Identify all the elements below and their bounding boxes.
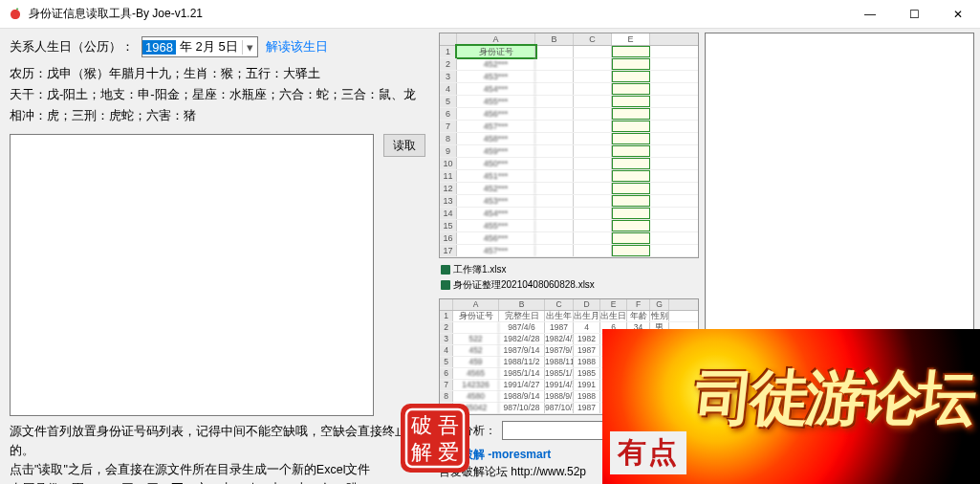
date-dropdown-icon[interactable]: ▾ — [242, 40, 257, 55]
table-row: 3453*** — [440, 71, 698, 83]
table-row: 8458*** — [440, 133, 698, 145]
table-row: 7457*** — [440, 121, 698, 133]
svg-text:吾: 吾 — [438, 413, 459, 437]
file-item-1[interactable]: 工作簿1.xlsx — [441, 262, 697, 277]
table-row: 17457*** — [440, 245, 698, 257]
svg-text:解: 解 — [411, 440, 432, 464]
table-row: 11451*** — [440, 170, 698, 183]
read-button[interactable]: 读取 — [383, 134, 425, 157]
ad-banner[interactable]: 司徒游论坛 有点 — [602, 329, 980, 484]
close-button[interactable]: ✕ — [936, 0, 980, 28]
col-header-id: 身份证号 — [457, 46, 535, 57]
file-item-2[interactable]: 身份证整理20210408060828.xlsx — [441, 277, 697, 293]
table-row: 10450*** — [440, 158, 698, 170]
svg-text:爱: 爱 — [438, 440, 459, 464]
table-row: 4454*** — [440, 83, 698, 96]
window-buttons: — ☐ ✕ — [848, 0, 980, 28]
minimize-button[interactable]: — — [848, 0, 892, 28]
excel-preview-1: ABCE 1身份证号 2452***3453***4454***5455***6… — [439, 33, 699, 258]
file-list: 工作簿1.xlsx 身份证整理20210408060828.xlsx — [439, 258, 699, 297]
seal-stamp: 破 吾 解 爱 — [399, 402, 471, 474]
maximize-button[interactable]: ☐ — [892, 0, 936, 28]
banner-sub: 有点 — [610, 431, 686, 474]
info-line-2: 天干：戊-阳土；地支：申-阳金；星座：水瓶座；六合：蛇；三合：鼠、龙 — [10, 84, 425, 105]
footer-help: 源文件首列放置身份证号码列表，记得中间不能空缺哦，空缺会直接终止的。 点击"读取… — [10, 422, 425, 484]
table-row: 16456*** — [440, 232, 698, 245]
table-row: 5455*** — [440, 96, 698, 108]
svg-text:破: 破 — [410, 413, 432, 437]
excel-icon — [441, 265, 450, 275]
date-rest[interactable]: 年 2月 5日 — [176, 38, 242, 55]
birthday-label: 关系人生日（公历）： — [10, 38, 134, 55]
source-list-box[interactable] — [10, 134, 374, 416]
window-title: 身份证信息读取工具-By Joe-v1.21 — [29, 6, 848, 22]
table-row: 2452*** — [440, 58, 698, 71]
birthday-info: 农历：戊申（猴）年腊月十九；生肖：猴；五行：大驿土 天干：戊-阳土；地支：申-阳… — [10, 63, 425, 126]
table-row: 6456*** — [440, 108, 698, 121]
table-row: 13453*** — [440, 195, 698, 208]
date-picker[interactable]: 1968 年 2月 5日 ▾ — [142, 36, 258, 57]
banner-title: 司徒游论坛 — [691, 358, 977, 438]
info-line-3: 相冲：虎；三刑：虎蛇；六害：猪 — [10, 105, 425, 126]
titlebar: 身份证信息读取工具-By Joe-v1.21 — ☐ ✕ — [0, 0, 980, 29]
output-box[interactable] — [705, 33, 974, 348]
footer-line-2: 点击"读取"之后，会直接在源文件所在目录生成一个新的Excel文件 — [10, 460, 425, 479]
footer-line-3: 农历月份：正、二、三、四、五、六、七、八、九、十、冬、腊 — [10, 479, 425, 484]
footer-line-1: 源文件首列放置身份证号码列表，记得中间不能空缺哦，空缺会直接终止的。 — [10, 422, 425, 460]
table-row: 9459*** — [440, 145, 698, 158]
table-row: 12452*** — [440, 183, 698, 195]
excel-icon — [441, 280, 450, 290]
left-panel: 关系人生日（公历）： 1968 年 2月 5日 ▾ 解读该生日 农历：戊申（猴）… — [0, 29, 435, 484]
date-year[interactable]: 1968 — [142, 40, 176, 55]
app-icon — [8, 7, 23, 22]
info-line-1: 农历：戊申（猴）年腊月十九；生肖：猴；五行：大驿土 — [10, 63, 425, 84]
table-row: 15455*** — [440, 220, 698, 232]
interpret-button[interactable]: 解读该生日 — [266, 38, 328, 55]
table-row: 14454*** — [440, 208, 698, 220]
